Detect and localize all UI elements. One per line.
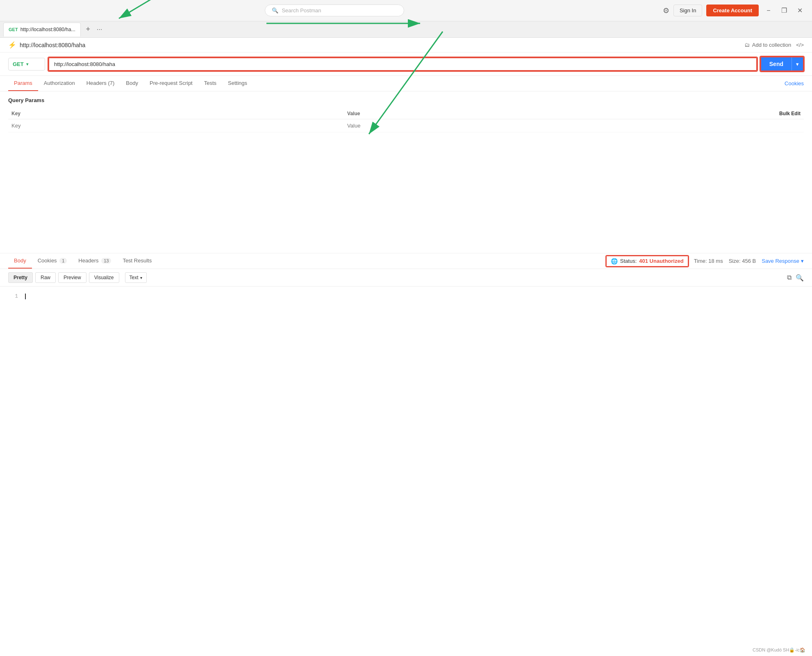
http-icon: ⚡ — [8, 41, 16, 49]
collection-icon: 🗂 — [744, 42, 750, 48]
tab-tests[interactable]: Tests — [198, 76, 222, 91]
value-column-header: Value — [344, 108, 680, 119]
status-badge: 🌐 Status: 401 Unauthorized — [606, 256, 688, 266]
save-response-button[interactable]: Save Response ▾ — [762, 258, 804, 264]
method-label: GET — [13, 61, 24, 67]
globe-icon: 🌐 — [611, 258, 618, 264]
request-header: ⚡ http://localhost:8080/haha 🗂 Add to co… — [0, 38, 812, 52]
settings-icon[interactable]: ⚙ — [663, 6, 669, 15]
new-tab-button[interactable]: + — [82, 24, 94, 35]
response-tabs: Body Cookies 1 Headers 13 Test Results 🌐… — [0, 253, 812, 269]
minimize-button[interactable]: − — [763, 5, 774, 16]
visualize-button[interactable]: Visualize — [89, 272, 119, 283]
code-line-1: 1 — [8, 293, 804, 299]
search-bar[interactable]: 🔍 Search Postman — [265, 5, 404, 16]
query-params-section: Query Params Key Value Bulk Edit — [0, 91, 812, 138]
title-bar-right: ⚙ Sign In Create Account − ❐ ✕ — [663, 5, 805, 16]
line-number-1: 1 — [8, 293, 18, 299]
request-url-display: http://localhost:8080/haha — [20, 42, 85, 48]
headers-badge: 13 — [101, 258, 111, 264]
close-button[interactable]: ✕ — [794, 5, 805, 16]
add-to-collection-button[interactable]: 🗂 Add to collection — [744, 42, 791, 48]
key-column-header: Key — [8, 108, 344, 119]
tab-params[interactable]: Params — [8, 76, 38, 91]
resp-tab-cookies[interactable]: Cookies 1 — [32, 253, 73, 269]
request-actions: 🗂 Add to collection </> — [744, 42, 804, 48]
resp-status-area: 🌐 Status: 401 Unauthorized Time: 18 ms S… — [606, 256, 804, 266]
code-button[interactable]: </> — [796, 42, 804, 48]
method-select[interactable]: GET ▾ — [8, 58, 45, 71]
tab-body[interactable]: Body — [120, 76, 144, 91]
query-params-title: Query Params — [8, 97, 804, 103]
url-input[interactable] — [48, 57, 757, 71]
search-icon[interactable]: 🔍 — [796, 274, 804, 282]
send-button-wrapper: Send ▾ — [760, 57, 804, 71]
tab-settings[interactable]: Settings — [222, 76, 253, 91]
watermark: CSDN @Kudó SH🔒-ic🏠 — [753, 647, 805, 653]
tab-authorization[interactable]: Authorization — [38, 76, 81, 91]
request-tab[interactable]: GET http://localhost:8080/ha... — [3, 23, 81, 36]
more-tabs-button[interactable]: ··· — [94, 24, 105, 35]
url-bar: GET ▾ Send ▾ — [0, 52, 812, 76]
request-tabs: Params Authorization Headers (7) Body Pr… — [0, 76, 812, 91]
tab-url: http://localhost:8080/ha... — [20, 27, 75, 32]
copy-icon[interactable]: ⧉ — [787, 274, 792, 281]
status-label: Status: — [620, 258, 637, 264]
bulk-edit-button[interactable]: Bulk Edit — [680, 108, 804, 119]
cookies-badge: 1 — [59, 258, 67, 264]
main-content: ⚡ http://localhost:8080/haha 🗂 Add to co… — [0, 38, 812, 410]
send-button[interactable]: Send — [761, 57, 792, 71]
tab-bar: GET http://localhost:8080/ha... + ··· — [0, 21, 812, 38]
method-chevron: ▾ — [26, 62, 28, 66]
create-account-button[interactable]: Create Account — [706, 5, 759, 16]
response-section: Body Cookies 1 Headers 13 Test Results 🌐… — [0, 253, 812, 410]
url-input-wrapper — [48, 57, 757, 71]
text-format-dropdown[interactable]: Text ▾ — [125, 272, 147, 283]
resp-tab-headers[interactable]: Headers 13 — [73, 253, 117, 269]
size-display: Size: 456 B — [729, 258, 756, 264]
resp-tab-body[interactable]: Body — [8, 253, 32, 269]
send-dropdown-button[interactable]: ▾ — [792, 57, 803, 71]
response-body-toolbar: Pretty Raw Preview Visualize Text ▾ ⧉ 🔍 — [0, 269, 812, 287]
code-area: 1 — [0, 287, 812, 410]
key-input[interactable] — [11, 123, 341, 129]
search-placeholder: Search Postman — [282, 7, 321, 14]
cookies-button[interactable]: Cookies — [785, 76, 804, 91]
value-input[interactable] — [347, 123, 676, 129]
empty-area — [0, 138, 812, 253]
tab-method-badge: GET — [9, 27, 18, 32]
time-display: Time: 18 ms — [694, 258, 723, 264]
preview-button[interactable]: Preview — [58, 272, 86, 283]
raw-button[interactable]: Raw — [35, 272, 56, 283]
tab-pre-request-script[interactable]: Pre-request Script — [144, 76, 198, 91]
pretty-button[interactable]: Pretty — [8, 272, 33, 283]
tab-headers[interactable]: Headers (7) — [81, 76, 121, 91]
resp-tab-test-results[interactable]: Test Results — [117, 253, 157, 269]
title-bar-center: 🔍 Search Postman — [7, 5, 663, 16]
title-bar: 🔍 Search Postman ⚙ Sign In Create Accoun… — [0, 0, 812, 21]
table-row — [8, 119, 804, 132]
cursor — [25, 294, 26, 299]
status-code: 401 Unauthorized — [639, 258, 683, 264]
params-table: Key Value Bulk Edit — [8, 108, 804, 132]
maximize-button[interactable]: ❐ — [778, 5, 790, 16]
sign-in-button[interactable]: Sign In — [673, 5, 702, 16]
window-controls: − ❐ ✕ — [763, 5, 805, 16]
search-icon: 🔍 — [272, 7, 278, 14]
